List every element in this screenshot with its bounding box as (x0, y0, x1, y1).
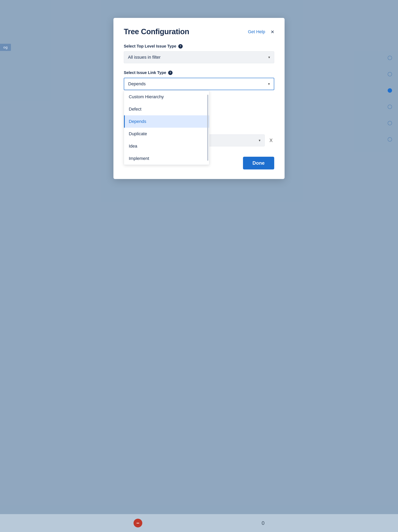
modal-header: Tree Configuration Get Help × (124, 27, 274, 36)
bottom-bar: − 0 (0, 514, 398, 532)
issue-link-label: Select Issue Link Type ? (124, 70, 274, 75)
top-level-section: Select Top Level Issue Type ? All issues… (124, 44, 274, 63)
issue-link-dropdown-container: Depends ▾ Custom Hierarchy Defect Depend… (124, 78, 274, 90)
top-level-chevron: ▾ (268, 55, 270, 59)
dropdown-scrollbar[interactable] (207, 95, 208, 161)
modal-header-actions: Get Help × (248, 29, 274, 35)
top-level-label: Select Top Level Issue Type ? (124, 44, 274, 49)
issue-link-value: Depends (128, 81, 146, 87)
issue-link-chevron: ▾ (268, 82, 270, 86)
close-icon[interactable]: × (271, 29, 274, 35)
top-level-select[interactable]: All issues in filter ▾ (124, 51, 274, 63)
issue-link-dropdown-menu: Custom Hierarchy Defect Depends Duplicat… (124, 90, 209, 165)
bottom-count: 0 (262, 520, 264, 526)
issue-link-select[interactable]: Depends ▾ (124, 78, 274, 90)
minus-icon[interactable]: − (134, 519, 142, 527)
tree-configuration-modal: Tree Configuration Get Help × Select Top… (113, 18, 285, 179)
dropdown-item-implement[interactable]: Implement (124, 152, 209, 165)
modal-backdrop: Tree Configuration Get Help × Select Top… (0, 0, 398, 532)
group-by-chevron: ▾ (259, 138, 261, 143)
dropdown-item-custom-hierarchy[interactable]: Custom Hierarchy (124, 91, 209, 103)
issue-link-help-icon[interactable]: ? (168, 71, 173, 75)
modal-title: Tree Configuration (124, 27, 189, 36)
dropdown-item-idea[interactable]: Idea (124, 140, 209, 152)
dropdown-item-depends[interactable]: Depends (124, 115, 209, 128)
issue-link-section: Select Issue Link Type ? Depends ▾ Custo… (124, 70, 274, 90)
get-help-link[interactable]: Get Help (248, 29, 265, 34)
dropdown-item-duplicate[interactable]: Duplicate (124, 128, 209, 140)
group-by-clear-button[interactable]: X (268, 136, 274, 145)
top-level-help-icon[interactable]: ? (178, 44, 183, 49)
done-button[interactable]: Done (243, 157, 274, 170)
dropdown-item-defect[interactable]: Defect (124, 103, 209, 115)
top-level-value: All issues in filter (128, 55, 160, 60)
